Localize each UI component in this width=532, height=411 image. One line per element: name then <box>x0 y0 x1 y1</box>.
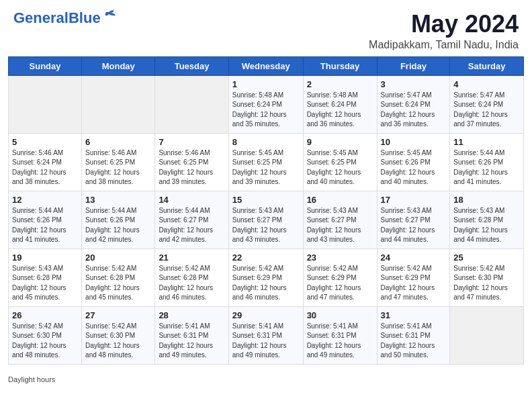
day-number: 29 <box>232 310 300 320</box>
day-number: 6 <box>85 137 151 147</box>
day-number: 1 <box>232 79 300 89</box>
day-number: 8 <box>232 137 300 147</box>
title-block: May 2024 Madipakkam, Tamil Nadu, India <box>369 11 519 51</box>
calendar-week-row: 26Sunrise: 5:42 AM Sunset: 6:30 PM Dayli… <box>9 306 524 364</box>
calendar-cell: 23Sunrise: 5:42 AM Sunset: 6:29 PM Dayli… <box>303 248 377 306</box>
day-info: Sunrise: 5:42 AM Sunset: 6:30 PM Dayligh… <box>12 322 78 361</box>
calendar-cell: 7Sunrise: 5:46 AM Sunset: 6:25 PM Daylig… <box>155 133 228 191</box>
logo-bird-icon <box>102 9 117 21</box>
calendar-cell: 26Sunrise: 5:42 AM Sunset: 6:30 PM Dayli… <box>9 306 82 364</box>
day-number: 14 <box>159 195 224 205</box>
day-number: 4 <box>453 79 520 89</box>
day-number: 24 <box>381 253 447 263</box>
calendar-week-row: 5Sunrise: 5:46 AM Sunset: 6:24 PM Daylig… <box>9 133 524 191</box>
day-number: 16 <box>307 195 373 205</box>
calendar-cell: 4Sunrise: 5:47 AM Sunset: 6:24 PM Daylig… <box>450 75 524 133</box>
day-info: Sunrise: 5:42 AM Sunset: 6:29 PM Dayligh… <box>381 264 447 303</box>
calendar-week-row: 12Sunrise: 5:44 AM Sunset: 6:26 PM Dayli… <box>9 191 524 248</box>
column-header-thursday: Thursday <box>303 56 377 75</box>
day-info: Sunrise: 5:43 AM Sunset: 6:27 PM Dayligh… <box>307 206 373 245</box>
column-header-saturday: Saturday <box>450 56 524 75</box>
day-number: 23 <box>307 253 373 263</box>
calendar-cell: 24Sunrise: 5:42 AM Sunset: 6:29 PM Dayli… <box>377 248 450 306</box>
calendar-cell: 2Sunrise: 5:48 AM Sunset: 6:24 PM Daylig… <box>303 75 377 133</box>
subtitle: Madipakkam, Tamil Nadu, India <box>369 39 519 51</box>
calendar-cell: 12Sunrise: 5:44 AM Sunset: 6:26 PM Dayli… <box>9 191 82 248</box>
day-info: Sunrise: 5:44 AM Sunset: 6:27 PM Dayligh… <box>159 206 224 245</box>
day-info: Sunrise: 5:41 AM Sunset: 6:31 PM Dayligh… <box>307 322 373 361</box>
calendar-cell: 18Sunrise: 5:43 AM Sunset: 6:28 PM Dayli… <box>450 191 524 248</box>
calendar-cell: 3Sunrise: 5:47 AM Sunset: 6:24 PM Daylig… <box>377 75 450 133</box>
calendar-cell: 27Sunrise: 5:42 AM Sunset: 6:30 PM Dayli… <box>82 306 155 364</box>
calendar-cell <box>450 306 524 364</box>
calendar-cell: 10Sunrise: 5:45 AM Sunset: 6:26 PM Dayli… <box>377 133 450 191</box>
day-info: Sunrise: 5:43 AM Sunset: 6:27 PM Dayligh… <box>381 206 447 245</box>
calendar-cell: 21Sunrise: 5:42 AM Sunset: 6:28 PM Dayli… <box>155 248 228 306</box>
calendar-cell: 17Sunrise: 5:43 AM Sunset: 6:27 PM Dayli… <box>377 191 450 248</box>
day-info: Sunrise: 5:46 AM Sunset: 6:24 PM Dayligh… <box>12 148 78 187</box>
calendar-cell: 13Sunrise: 5:44 AM Sunset: 6:26 PM Dayli… <box>82 191 155 248</box>
column-header-sunday: Sunday <box>9 56 82 75</box>
day-number: 31 <box>381 310 447 320</box>
day-info: Sunrise: 5:42 AM Sunset: 6:28 PM Dayligh… <box>85 264 151 303</box>
day-number: 30 <box>307 310 373 320</box>
day-number: 13 <box>85 195 151 205</box>
column-header-friday: Friday <box>377 56 450 75</box>
calendar-cell: 20Sunrise: 5:42 AM Sunset: 6:28 PM Dayli… <box>82 248 155 306</box>
day-number: 22 <box>232 253 300 263</box>
calendar: SundayMondayTuesdayWednesdayThursdayFrid… <box>0 56 532 373</box>
calendar-table: SundayMondayTuesdayWednesdayThursdayFrid… <box>8 56 524 365</box>
day-number: 9 <box>307 137 373 147</box>
calendar-cell: 14Sunrise: 5:44 AM Sunset: 6:27 PM Dayli… <box>155 191 228 248</box>
day-info: Sunrise: 5:45 AM Sunset: 6:26 PM Dayligh… <box>381 148 447 187</box>
day-info: Sunrise: 5:44 AM Sunset: 6:26 PM Dayligh… <box>12 206 78 245</box>
calendar-cell: 1Sunrise: 5:48 AM Sunset: 6:24 PM Daylig… <box>228 75 303 133</box>
day-info: Sunrise: 5:46 AM Sunset: 6:25 PM Dayligh… <box>85 148 151 187</box>
calendar-cell <box>82 75 155 133</box>
calendar-cell: 19Sunrise: 5:43 AM Sunset: 6:28 PM Dayli… <box>9 248 82 306</box>
day-info: Sunrise: 5:48 AM Sunset: 6:24 PM Dayligh… <box>307 91 373 130</box>
column-header-monday: Monday <box>82 56 155 75</box>
calendar-week-row: 1Sunrise: 5:48 AM Sunset: 6:24 PM Daylig… <box>9 75 524 133</box>
day-number: 25 <box>453 253 520 263</box>
day-number: 20 <box>85 253 151 263</box>
footer-note: Daylight hours <box>0 373 532 387</box>
calendar-cell: 25Sunrise: 5:42 AM Sunset: 6:30 PM Dayli… <box>450 248 524 306</box>
day-info: Sunrise: 5:45 AM Sunset: 6:25 PM Dayligh… <box>307 148 373 187</box>
day-info: Sunrise: 5:41 AM Sunset: 6:31 PM Dayligh… <box>381 322 447 361</box>
calendar-cell: 5Sunrise: 5:46 AM Sunset: 6:24 PM Daylig… <box>9 133 82 191</box>
day-number: 28 <box>159 310 224 320</box>
logo: GeneralBlue <box>13 11 117 26</box>
calendar-cell: 31Sunrise: 5:41 AM Sunset: 6:31 PM Dayli… <box>377 306 450 364</box>
calendar-cell <box>155 75 228 133</box>
day-number: 3 <box>381 79 447 89</box>
day-info: Sunrise: 5:44 AM Sunset: 6:26 PM Dayligh… <box>85 206 151 245</box>
day-info: Sunrise: 5:42 AM Sunset: 6:29 PM Dayligh… <box>232 264 300 303</box>
day-info: Sunrise: 5:42 AM Sunset: 6:28 PM Dayligh… <box>159 264 224 303</box>
day-info: Sunrise: 5:47 AM Sunset: 6:24 PM Dayligh… <box>453 91 520 130</box>
calendar-cell: 6Sunrise: 5:46 AM Sunset: 6:25 PM Daylig… <box>82 133 155 191</box>
day-info: Sunrise: 5:42 AM Sunset: 6:29 PM Dayligh… <box>307 264 373 303</box>
calendar-cell: 8Sunrise: 5:45 AM Sunset: 6:25 PM Daylig… <box>228 133 303 191</box>
day-info: Sunrise: 5:43 AM Sunset: 6:28 PM Dayligh… <box>453 206 520 245</box>
day-number: 26 <box>12 310 78 320</box>
day-number: 27 <box>85 310 151 320</box>
day-info: Sunrise: 5:43 AM Sunset: 6:27 PM Dayligh… <box>232 206 300 245</box>
day-info: Sunrise: 5:46 AM Sunset: 6:25 PM Dayligh… <box>159 148 224 187</box>
calendar-cell: 9Sunrise: 5:45 AM Sunset: 6:25 PM Daylig… <box>303 133 377 191</box>
day-number: 11 <box>453 137 520 147</box>
calendar-cell: 11Sunrise: 5:44 AM Sunset: 6:26 PM Dayli… <box>450 133 524 191</box>
page-header: GeneralBlue May 2024 Madipakkam, Tamil N… <box>0 0 532 56</box>
day-number: 17 <box>381 195 447 205</box>
day-number: 5 <box>12 137 78 147</box>
calendar-header: SundayMondayTuesdayWednesdayThursdayFrid… <box>9 56 524 75</box>
logo-text: GeneralBlue <box>13 11 101 26</box>
day-info: Sunrise: 5:42 AM Sunset: 6:30 PM Dayligh… <box>85 322 151 361</box>
day-number: 2 <box>307 79 373 89</box>
day-info: Sunrise: 5:43 AM Sunset: 6:28 PM Dayligh… <box>12 264 78 303</box>
column-header-wednesday: Wednesday <box>228 56 303 75</box>
day-info: Sunrise: 5:42 AM Sunset: 6:30 PM Dayligh… <box>453 264 520 303</box>
calendar-cell: 16Sunrise: 5:43 AM Sunset: 6:27 PM Dayli… <box>303 191 377 248</box>
day-info: Sunrise: 5:48 AM Sunset: 6:24 PM Dayligh… <box>232 91 300 130</box>
day-number: 18 <box>453 195 520 205</box>
